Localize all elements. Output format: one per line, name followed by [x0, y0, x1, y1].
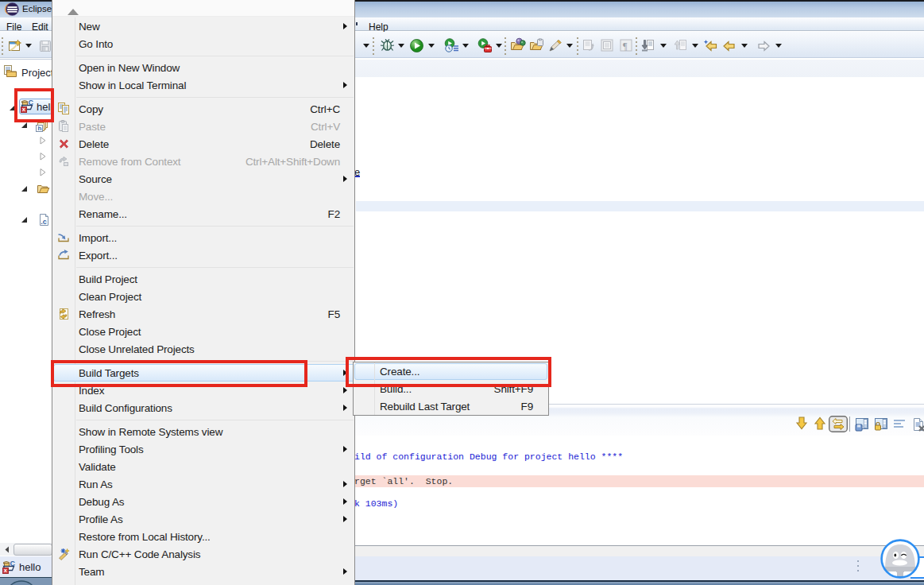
svg-text:h: h	[38, 125, 42, 132]
svg-text:¶: ¶	[623, 41, 628, 52]
svg-text:.c: .c	[41, 218, 47, 226]
svg-text:C: C	[10, 560, 16, 568]
